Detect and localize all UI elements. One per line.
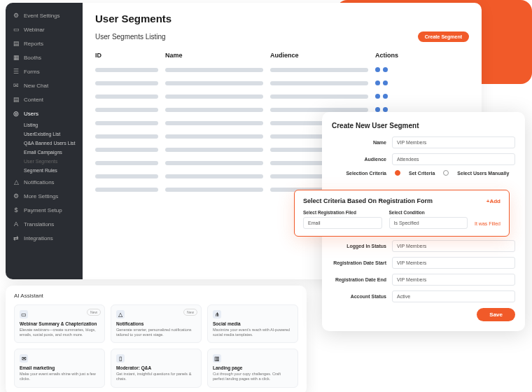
sidebar-item-label: Translations [24, 221, 54, 227]
form-title: Create New User Segment [332, 122, 515, 130]
sidebar-item-label: Content [24, 97, 43, 103]
action-dot[interactable] [375, 107, 380, 112]
add-criteria-button[interactable]: +Add [486, 198, 500, 204]
cell-actions [375, 107, 438, 112]
sidebar-item-webinar[interactable]: ▭Webinar [6, 22, 83, 36]
cell-audience [270, 68, 368, 72]
ai-card-email-marketing[interactable]: ✉Email marketingMake your event emails s… [14, 349, 105, 387]
account-input[interactable] [392, 290, 515, 302]
sidebar-item-label: Users [24, 111, 38, 117]
users-icon: ◎ [13, 110, 20, 117]
ai-card-icon: ▭ [20, 310, 28, 318]
sidebar-sub-listing[interactable]: Listing [24, 120, 83, 130]
cell-id [95, 174, 158, 178]
account-label: Account Status [332, 294, 386, 299]
ai-card-social-media[interactable]: ⋔Social mediaMaximize your event's reach… [207, 304, 298, 343]
table-row [95, 90, 469, 103]
cell-name [165, 161, 263, 165]
ai-card-desc: Elevate webinars—create summaries, blogs… [20, 328, 99, 337]
sidebar-item-reports[interactable]: ▤Reports [6, 36, 83, 50]
table-row [95, 63, 469, 76]
col-name: Name [165, 52, 263, 59]
audience-input[interactable] [392, 153, 515, 165]
ai-card-title: Notifications [116, 321, 196, 326]
action-dot[interactable] [375, 67, 380, 72]
condition-label: Select Condition [389, 210, 468, 215]
cell-name [165, 148, 263, 152]
ai-title: AI Assistant [14, 293, 298, 299]
start-input[interactable] [392, 257, 515, 269]
cell-id [95, 161, 158, 165]
cell-name [165, 94, 263, 99]
table-row [95, 76, 469, 90]
cell-id [95, 134, 158, 139]
sidebar-icon: ✉ [13, 82, 20, 89]
ai-card-landing-page[interactable]: ▥Landing pageCut through your copy chall… [207, 349, 298, 387]
cell-name [165, 121, 263, 125]
condition-select[interactable]: Is Specified [389, 217, 468, 229]
sidebar-sub-q-a-banned-users-list[interactable]: Q&A Banned Users List [24, 139, 83, 148]
sidebar-item-translations[interactable]: ATranslations [6, 217, 83, 231]
sidebar-icon: ⚙ [13, 192, 20, 200]
sidebar-item-notifications[interactable]: △Notifications [6, 175, 83, 189]
sidebar-sub-userexisting-list[interactable]: UserExisting List [24, 130, 83, 139]
action-dot[interactable] [383, 107, 388, 112]
cell-audience [270, 108, 368, 112]
radio-set-criteria[interactable] [395, 170, 400, 176]
ai-card-notifications[interactable]: New△NotificationsGenerate smarter, perso… [111, 304, 202, 343]
cell-id [95, 121, 158, 125]
criteria-note: It was Filled [475, 221, 500, 229]
action-dot[interactable] [383, 67, 388, 72]
name-input[interactable] [392, 136, 515, 148]
sidebar-item-forms[interactable]: ☰Forms [6, 64, 83, 78]
cell-name [165, 68, 263, 72]
sidebar-item-content[interactable]: ▤Content [6, 92, 83, 106]
create-segment-button[interactable]: Create Segment [418, 31, 469, 42]
cell-audience [270, 81, 368, 85]
sidebar-item-label: Webinar [24, 27, 45, 33]
radio-select-manually[interactable] [443, 170, 449, 176]
sidebar-sub-user-segments[interactable]: User Segments [24, 157, 83, 166]
page-title: User Segments [95, 13, 469, 24]
sidebar-item-payment-setup[interactable]: $Payment Setup [6, 203, 83, 217]
sidebar-icon: ☰ [13, 68, 20, 75]
ai-card-moderator-q-a[interactable]: ▯Moderator: Q&AGet instant, insightful q… [111, 349, 202, 387]
logged-label: Logged In Status [332, 244, 386, 248]
sidebar-item-label: More Settings [24, 193, 58, 200]
sidebar-sub-segment-rules[interactable]: Segment Rules [24, 166, 83, 175]
ai-card-title: Webinar Summary & Chapterization [20, 321, 99, 326]
action-dot[interactable] [375, 94, 380, 99]
end-label: Registration Date End [332, 277, 386, 282]
cell-name [165, 81, 263, 85]
action-dot[interactable] [383, 80, 388, 85]
sidebar-icon: A [13, 220, 20, 227]
sidebar-item-booths[interactable]: ▦Booths [6, 50, 83, 64]
save-button[interactable]: Save [477, 308, 515, 321]
cell-id [95, 68, 158, 72]
reg-field-select[interactable]: Email [303, 217, 382, 229]
sidebar-icon: △ [13, 178, 20, 186]
sidebar-item-integrations[interactable]: ⇄Integrations [6, 231, 83, 245]
ai-card-desc: Get instant, insightful questions for pa… [116, 372, 196, 382]
sidebar-item-users[interactable]: ◎ Users [6, 106, 83, 120]
audience-label: Audience [332, 157, 386, 162]
new-badge: New [183, 309, 197, 316]
cell-id [95, 108, 158, 112]
sidebar-sub-email-campaigns[interactable]: Email Campaigns [24, 148, 83, 157]
action-dot[interactable] [375, 80, 380, 85]
ai-card-title: Moderator: Q&A [116, 365, 196, 370]
logged-input[interactable] [392, 240, 515, 252]
ai-card-webinar-summary-chapterization[interactable]: New▭Webinar Summary & ChapterizationElev… [14, 304, 105, 343]
ai-card-icon: △ [116, 310, 125, 318]
col-audience: Audience [270, 52, 368, 59]
action-dot[interactable] [383, 94, 388, 99]
start-label: Registration Date Start [332, 260, 386, 265]
sidebar-item-new-chat[interactable]: ✉New Chat [6, 78, 83, 92]
sidebar-item-more-settings[interactable]: ⚙More Settings [6, 189, 83, 203]
cell-audience [270, 94, 368, 99]
sidebar-item-event-settings[interactable]: ⚙Event Settings [6, 8, 83, 22]
cell-actions [375, 80, 438, 85]
sidebar-item-label: New Chat [24, 83, 48, 89]
radio-select-manually-label: Select Users Manually [457, 171, 509, 176]
end-input[interactable] [392, 274, 515, 286]
